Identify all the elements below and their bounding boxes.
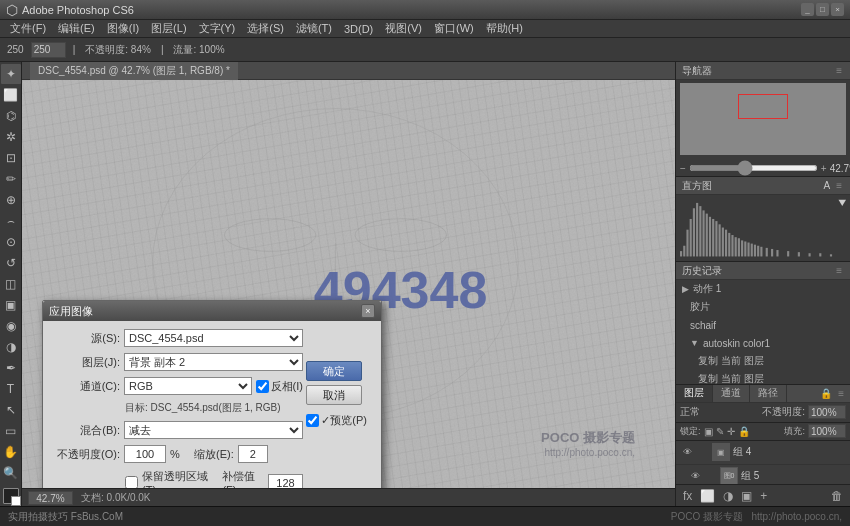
zoom-plus-icon[interactable]: + — [821, 163, 827, 174]
tool-move[interactable]: ✦ — [1, 64, 21, 84]
add-layer-style-button[interactable]: fx — [680, 489, 695, 503]
tab-channels[interactable]: 通道 — [713, 385, 750, 402]
menu-edit[interactable]: 编辑(E) — [52, 20, 101, 37]
tool-hand[interactable]: ✋ — [1, 442, 21, 462]
offset-input[interactable] — [268, 474, 303, 489]
dialog-ok-button[interactable]: 确定 — [306, 361, 362, 381]
source-select[interactable]: DSC_4554.psd — [124, 329, 303, 347]
scaling-input[interactable] — [238, 445, 268, 463]
tool-magic-wand[interactable]: ✲ — [1, 127, 21, 147]
tool-shape[interactable]: ▭ — [1, 421, 21, 441]
lock-all-icon[interactable]: 🔒 — [738, 426, 750, 437]
add-adjustment-button[interactable]: ◑ — [720, 489, 736, 503]
tool-path-select[interactable]: ↖ — [1, 400, 21, 420]
tool-select-rect[interactable]: ⬜ — [1, 85, 21, 105]
preview-checkbox[interactable] — [306, 414, 319, 427]
title-bar: ⬡ Adobe Photoshop CS6 _ □ × — [0, 0, 850, 20]
channel-select[interactable]: RGB — [124, 377, 252, 395]
panel-menu-icon[interactable]: ≡ — [836, 388, 846, 399]
menu-text[interactable]: 文字(Y) — [193, 20, 242, 37]
history-menu-icon[interactable]: ≡ — [834, 265, 844, 276]
navigator-preview[interactable] — [680, 83, 846, 155]
menu-help[interactable]: 帮助(H) — [480, 20, 529, 37]
eye-icon[interactable]: 👁 — [688, 469, 702, 483]
histogram-title: 直方图 — [682, 179, 712, 193]
dialog-close-button[interactable]: × — [361, 304, 375, 318]
opacity-input-dlg[interactable] — [124, 445, 166, 463]
history-item-label: 复制 当前 图层 — [698, 372, 764, 384]
history-item[interactable]: ▼ autoskin color1 — [676, 334, 850, 352]
navigator-menu-icon[interactable]: ≡ — [834, 65, 844, 76]
svg-rect-35 — [798, 252, 800, 256]
tool-zoom[interactable]: 🔍 — [1, 463, 21, 483]
eye-icon[interactable]: 👁 — [680, 445, 694, 459]
tool-brush[interactable]: ⌢ — [1, 211, 21, 231]
zoom-display[interactable]: 42.7% — [28, 491, 73, 505]
history-item[interactable]: 复制 当前 图层 — [676, 352, 850, 370]
canvas-tab-active[interactable]: DSC_4554.psd @ 42.7% (图层 1, RGB/8) * — [30, 62, 238, 80]
pct-label: % — [170, 448, 180, 460]
canvas-content[interactable]: 494348 应用图像 × 源(S): DSC_4554.psd — [22, 80, 675, 488]
invert-checkbox[interactable] — [256, 380, 269, 393]
svg-rect-9 — [693, 208, 695, 256]
zoom-input[interactable] — [31, 42, 66, 58]
svg-rect-28 — [754, 245, 756, 257]
lock-transparent-icon[interactable]: ▣ — [704, 426, 713, 437]
apply-image-dialog[interactable]: 应用图像 × 源(S): DSC_4554.psd 图层(J): — [42, 300, 382, 488]
zoom-slider[interactable] — [689, 165, 818, 171]
menu-filter[interactable]: 滤镜(T) — [290, 20, 338, 37]
tab-paths[interactable]: 路径 — [750, 385, 787, 402]
close-button[interactable]: × — [831, 3, 844, 16]
history-item[interactable]: 胶片 — [676, 298, 850, 316]
history-expand-icon: ▼ — [690, 338, 699, 348]
fill-field[interactable] — [808, 424, 846, 438]
history-item[interactable]: schaif — [676, 316, 850, 334]
tool-crop[interactable]: ⊡ — [1, 148, 21, 168]
histogram-menu-icon[interactable]: ≡ — [834, 180, 844, 191]
history-item[interactable]: ▶ 动作 1 — [676, 280, 850, 298]
layer-item[interactable]: 👁 图0 组 5 — [676, 465, 850, 485]
tool-foreground-color[interactable] — [3, 488, 19, 504]
tool-dodge[interactable]: ◑ — [1, 337, 21, 357]
lock-paint-icon[interactable]: ✎ — [716, 426, 724, 437]
minimize-button[interactable]: _ — [801, 3, 814, 16]
layer-name: 组 4 — [733, 445, 846, 459]
layer-select[interactable]: 背景 副本 2 — [124, 353, 303, 371]
tool-blur[interactable]: ◉ — [1, 316, 21, 336]
add-group-button[interactable]: ▣ — [738, 489, 755, 503]
menu-layer[interactable]: 图层(L) — [145, 20, 192, 37]
menu-window[interactable]: 窗口(W) — [428, 20, 480, 37]
add-mask-button[interactable]: ⬜ — [697, 489, 718, 503]
preserve-checkbox[interactable] — [125, 476, 138, 488]
layer-item[interactable]: 👁 ▣ 组 4 — [676, 441, 850, 465]
tool-history-brush[interactable]: ↺ — [1, 253, 21, 273]
opacity-field[interactable] — [808, 405, 846, 419]
menu-select[interactable]: 选择(S) — [241, 20, 290, 37]
tool-clone[interactable]: ⊙ — [1, 232, 21, 252]
maximize-button[interactable]: □ — [816, 3, 829, 16]
menu-image[interactable]: 图像(I) — [101, 20, 145, 37]
preserve-label: 保留透明区域(T) — [142, 469, 208, 488]
zoom-minus-icon[interactable]: − — [680, 163, 686, 174]
menu-file[interactable]: 文件(F) — [4, 20, 52, 37]
tab-layers[interactable]: 图层 — [676, 385, 713, 402]
status-bar: 实用拍摄技巧 FsBus.CoM POCO 摄影专题 http://photo.… — [0, 506, 850, 526]
delete-layer-button[interactable]: 🗑 — [828, 489, 846, 503]
add-layer-button[interactable]: + — [757, 489, 770, 503]
tool-lasso[interactable]: ⌬ — [1, 106, 21, 126]
tool-eyedropper[interactable]: ✏ — [1, 169, 21, 189]
tool-pen[interactable]: ✒ — [1, 358, 21, 378]
tool-spot-heal[interactable]: ⊕ — [1, 190, 21, 210]
svg-rect-32 — [771, 249, 773, 256]
tool-eraser[interactable]: ◫ — [1, 274, 21, 294]
source-label: 源(S): — [55, 331, 120, 346]
tool-gradient[interactable]: ▣ — [1, 295, 21, 315]
menu-view[interactable]: 视图(V) — [379, 20, 428, 37]
menu-3d[interactable]: 3D(D) — [338, 20, 379, 37]
tool-text[interactable]: T — [1, 379, 21, 399]
blend-select[interactable]: 减去 — [124, 421, 303, 439]
history-item[interactable]: 复制 当前 图层 — [676, 370, 850, 384]
dialog-cancel-button[interactable]: 取消 — [306, 385, 362, 405]
lock-move-icon[interactable]: ✛ — [727, 426, 735, 437]
svg-rect-16 — [715, 221, 717, 256]
